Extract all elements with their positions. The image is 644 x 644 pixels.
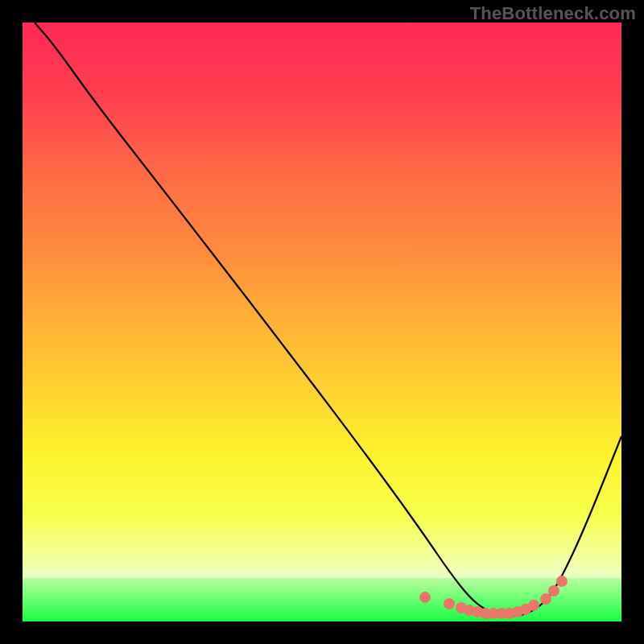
attribution-text: TheBottleneck.com [470,3,636,24]
optimal-point [556,576,568,587]
gradient-background [23,23,621,621]
optimal-point [528,600,539,611]
optimal-point [419,592,431,603]
plot-area [23,23,621,621]
bottleneck-chart [23,23,621,621]
optimal-point [444,598,455,609]
optimal-band [23,578,621,621]
stage: TheBottleneck.com [0,0,644,644]
optimal-point [548,585,559,597]
optimal-point [540,593,551,605]
